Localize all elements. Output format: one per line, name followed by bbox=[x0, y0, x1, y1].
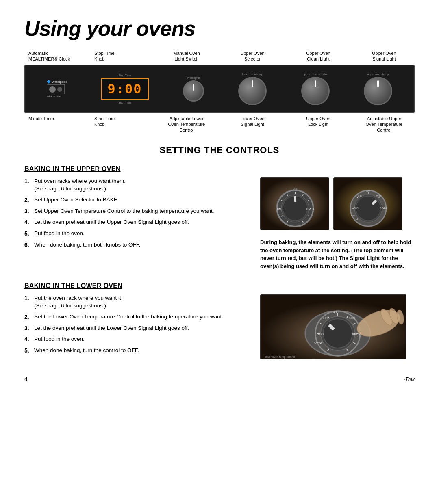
upper-oven-step-4: 4. Let the oven preheat until the Upper … bbox=[24, 218, 248, 227]
label-lower-oven-signal-light: Lower OvenSignal Light bbox=[226, 116, 279, 133]
upper-oven-bold-note: During baking, the elements will turn on… bbox=[260, 238, 415, 270]
label-stop-time-knob: Stop TimeKnob bbox=[94, 50, 147, 62]
stop-time-panel-label: Stop Time bbox=[118, 74, 131, 77]
svg-text:BROIL: BROIL bbox=[306, 208, 315, 210]
trademark: ·Tmk bbox=[404, 376, 415, 382]
svg-text:500: 500 bbox=[349, 316, 355, 320]
svg-text:OFF: OFF bbox=[351, 214, 356, 217]
upper-oven-step-2: 2. Set Upper Oven Selector to BAKE. bbox=[24, 196, 248, 204]
clock-section: Stop Time 9:00 Start Time bbox=[101, 74, 149, 104]
lower-oven-step-2: 2. Set the Lower Oven Temperature Contro… bbox=[24, 313, 248, 321]
upper-oven-steps-list: 1. Put oven racks where you want them.(S… bbox=[24, 177, 248, 249]
svg-point-25 bbox=[356, 196, 380, 221]
label-upper-oven-selector: Upper OvenSelector bbox=[226, 50, 279, 62]
start-time-panel-label: Start Time bbox=[118, 101, 131, 104]
clock-display: 9:00 bbox=[101, 78, 149, 100]
label-automatic-mealtimer: AutomaticMEALTIMER® Clock bbox=[28, 50, 81, 62]
label-upper-oven-lock-light: Upper OvenLock Light bbox=[292, 116, 345, 133]
lower-oven-content-row: 1. Put the oven rack where you want it.(… bbox=[24, 294, 415, 359]
svg-text:BAKE: BAKE bbox=[276, 208, 284, 210]
upper-oven-step-1: 1. Put oven racks where you want them.(S… bbox=[24, 177, 248, 193]
svg-text:200: 200 bbox=[354, 207, 359, 210]
lower-oven-images-col: 200 300 400 500 BROIL OFF bbox=[260, 294, 415, 359]
oven-panel: 🔷 Whirlpool minute timer Stop Time 9:00 … bbox=[24, 65, 415, 113]
top-label-row: AutomaticMEALTIMER® Clock Stop TimeKnob … bbox=[24, 50, 415, 62]
lower-oven-photo: 200 300 400 500 BROIL OFF bbox=[260, 294, 406, 359]
upper-oven-photo-1: OFF bbox=[260, 177, 329, 230]
lower-oven-step-3: 3. Let the oven preheat until the Lower … bbox=[24, 324, 248, 333]
upper-oven-step-6: 6. When done baking, turn both knobs to … bbox=[24, 241, 248, 249]
upper-oven-selector-knob bbox=[301, 77, 330, 105]
page-title: Using your ovens bbox=[24, 16, 415, 41]
lower-oven-section-title: BAKING IN THE LOWER OVEN bbox=[24, 282, 415, 290]
bottom-label-row: Minute Timer Start TimeKnob Adjustable L… bbox=[24, 116, 415, 133]
upper-oven-section-title: BAKING IN THE UPPER OVEN bbox=[24, 165, 415, 173]
svg-text:300: 300 bbox=[357, 195, 362, 197]
lower-oven-step-5: 5. When done baking, turn the control to… bbox=[24, 347, 248, 355]
label-upper-oven-signal-light: Upper OvenSignal Light bbox=[358, 50, 411, 62]
upper-oven-temp-label: upper oven temp bbox=[367, 73, 389, 76]
control-panel-diagram: AutomaticMEALTIMER® Clock Stop TimeKnob … bbox=[24, 50, 415, 133]
lower-oven-temp-wrapper: lower oven temp bbox=[238, 73, 267, 105]
oven-brand-section: 🔷 Whirlpool minute timer bbox=[47, 80, 67, 97]
upper-oven-step-3: 3. Set Upper Oven Temperature Control to… bbox=[24, 208, 248, 216]
upper-oven-temp-knob bbox=[364, 77, 392, 105]
lower-oven-temp-label: lower oven temp bbox=[242, 73, 263, 76]
upper-oven-step-5: 5. Put food in the oven. bbox=[24, 230, 248, 238]
page-number: 4 bbox=[24, 376, 28, 382]
label-start-time-knob: Start TimeKnob bbox=[94, 116, 147, 133]
label-adjustable-upper-oven-temp: Adjustable UpperOven TemperatureControl bbox=[358, 116, 411, 133]
label-adjustable-lower-oven-temp: Adjustable LowerOven TemperatureControl bbox=[160, 116, 213, 133]
svg-point-43 bbox=[323, 319, 352, 348]
lower-oven-step-4: 4. Put food in the oven. bbox=[24, 335, 248, 344]
svg-text:OFF: OFF bbox=[293, 188, 298, 190]
svg-text:300: 300 bbox=[322, 316, 328, 320]
svg-rect-6 bbox=[294, 196, 296, 202]
svg-text:lower oven temp control: lower oven temp control bbox=[265, 355, 295, 359]
upper-oven-temp-wrapper: upper oven temp bbox=[364, 73, 392, 105]
light-switch-knob bbox=[183, 80, 204, 102]
light-switch-knob-wrapper: oven lights bbox=[183, 76, 204, 102]
svg-text:OFF: OFF bbox=[314, 341, 321, 344]
label-manual-oven-light: Manual OvenLight Switch bbox=[160, 50, 213, 62]
upper-oven-selector-wrapper: upper oven selector bbox=[301, 73, 330, 105]
lower-oven-instructions: 1. Put the oven rack where you want it.(… bbox=[24, 294, 248, 358]
label-minute-timer: Minute Timer bbox=[28, 116, 81, 133]
minute-timer-label: minute timer bbox=[47, 95, 61, 97]
lower-oven-section: BAKING IN THE LOWER OVEN 1. Put the oven… bbox=[24, 282, 415, 359]
upper-oven-selector-label: upper oven selector bbox=[303, 73, 328, 76]
whirlpool-label: 🔷 Whirlpool bbox=[47, 80, 67, 84]
upper-oven-content-row: 1. Put oven racks where you want them.(S… bbox=[24, 177, 415, 270]
upper-oven-images-col: OFF bbox=[260, 177, 415, 270]
upper-oven-section: BAKING IN THE UPPER OVEN 1. Put oven rac… bbox=[24, 165, 415, 270]
oven-lights-label: oven lights bbox=[187, 76, 200, 79]
lower-oven-temp-knob bbox=[238, 77, 267, 105]
upper-oven-images-row: OFF bbox=[260, 177, 415, 230]
label-upper-oven-clean-light: Upper OvenClean Light bbox=[292, 50, 345, 62]
setting-controls-title: SETTING THE CONTROLS bbox=[24, 145, 415, 156]
lower-oven-steps-list: 1. Put the oven rack where you want it.(… bbox=[24, 294, 248, 355]
footer: 4 ·Tmk bbox=[24, 376, 415, 382]
upper-oven-photo-2: OFF bbox=[333, 177, 402, 230]
upper-oven-instructions: 1. Put oven racks where you want them.(S… bbox=[24, 177, 248, 252]
svg-text:200: 200 bbox=[317, 332, 324, 336]
svg-text:500: 500 bbox=[376, 195, 381, 197]
lower-oven-step-1: 1. Put the oven rack where you want it.(… bbox=[24, 294, 248, 310]
